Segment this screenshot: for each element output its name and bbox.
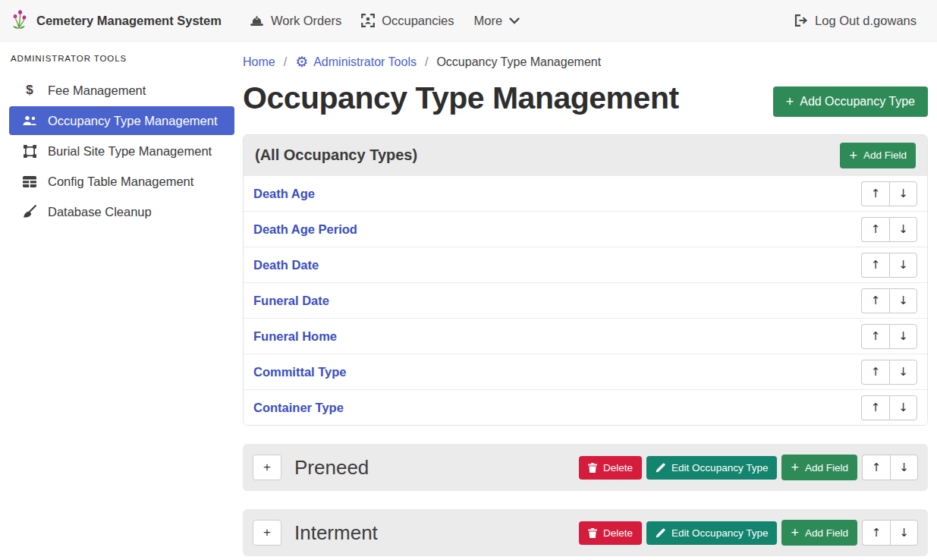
occupancy-type-section-interment: + Interment Delete [243,509,928,556]
add-field-button[interactable]: + Add Field [840,143,916,168]
breadcrumb-home-label: Home [243,55,275,69]
plus-icon: + [786,95,794,109]
field-row: Death Date ↑ ↓ [244,247,927,282]
users-icon [21,115,38,126]
trash-icon [588,528,597,538]
table-icon [21,176,38,187]
plus-icon: + [849,149,857,162]
expand-button[interactable]: + [253,520,281,546]
chevron-down-icon [509,17,520,24]
move-up-button[interactable]: ↑ [861,288,889,313]
sidebar-item-occupancy-type-management[interactable]: Occupancy Type Management [9,106,234,135]
breadcrumb-home-link[interactable]: Home [243,55,275,69]
field-link-death-age[interactable]: Death Age [253,187,315,201]
nav-more-label: More [474,14,503,28]
sidebar-heading: ADMINISTRATOR TOOLS [11,54,234,63]
field-row: Container Type ↑ ↓ [244,389,927,425]
delete-button[interactable]: Delete [579,521,642,545]
sidebar-item-label: Config Table Management [48,175,193,189]
move-down-button[interactable]: ↓ [889,181,917,206]
breadcrumb-admin-tools-label: Administrator Tools [313,55,417,69]
reorder-buttons: ↑ ↓ [861,217,917,242]
add-field-button[interactable]: + Add Field [781,520,857,546]
move-up-button[interactable]: ↑ [862,520,890,546]
gear-icon: ⚙ [295,55,308,69]
field-row: Death Age Period ↑ ↓ [244,211,927,247]
edit-occupancy-type-button[interactable]: Edit Occupancy Type [646,456,777,480]
nav-occupancies[interactable]: Occupancies [351,8,464,34]
move-down-button[interactable]: ↓ [890,520,918,546]
field-link-committal-type[interactable]: Committal Type [253,365,347,379]
add-occupancy-type-button[interactable]: + Add Occupancy Type [773,87,928,117]
delete-label: Delete [603,527,633,539]
field-link-container-type[interactable]: Container Type [253,401,344,415]
delete-button[interactable]: Delete [579,456,642,480]
section-actions: Delete Edit Occupancy Type + Add Field ↑ [579,455,918,480]
add-field-label: Add Field [863,149,907,161]
move-up-button[interactable]: ↑ [861,217,889,242]
vector-square-icon [21,145,38,158]
move-up-button[interactable]: ↑ [861,360,889,385]
logout-button[interactable]: Log Out d.gowans [785,8,926,34]
add-field-label: Add Field [805,462,848,473]
move-down-button[interactable]: ↓ [889,217,917,242]
move-down-button[interactable]: ↓ [889,288,917,313]
sidebar: ADMINISTRATOR TOOLS $ Fee Management Occ… [0,42,243,560]
logout-label: Log Out d.gowans [815,14,917,28]
field-link-funeral-date[interactable]: Funeral Date [253,294,329,308]
sign-out-icon [794,14,808,27]
field-link-death-age-period[interactable]: Death Age Period [253,222,357,237]
breadcrumb-current-page: Occupancy Type Management [436,55,601,69]
field-row: Funeral Date ↑ ↓ [244,282,927,318]
app-brand[interactable]: Cemetery Management System [11,9,222,33]
breadcrumb-separator: / [284,55,287,69]
field-row: Committal Type ↑ ↓ [244,354,927,389]
nav-work-orders-label: Work Orders [271,14,341,28]
sidebar-item-fee-management[interactable]: $ Fee Management [9,76,234,105]
move-up-button[interactable]: ↑ [861,324,889,349]
hard-hat-icon [250,15,264,27]
edit-occupancy-type-label: Edit Occupancy Type [671,462,768,473]
edit-occupancy-type-button[interactable]: Edit Occupancy Type [646,521,777,545]
tulip-logo-icon [11,9,29,33]
move-up-button[interactable]: ↑ [861,181,889,206]
reorder-buttons: ↑ ↓ [861,288,917,313]
expand-button[interactable]: + [253,455,281,480]
add-occupancy-type-label: Add Occupancy Type [800,95,915,109]
reorder-buttons: ↑ ↓ [861,253,917,278]
reorder-buttons: ↑ ↓ [862,520,918,546]
nav-work-orders[interactable]: Work Orders [240,8,351,34]
reorder-buttons: ↑ ↓ [861,181,917,206]
sidebar-item-burial-site-type-management[interactable]: Burial Site Type Management [9,137,234,165]
section-title: Preneed [294,456,369,480]
edit-occupancy-type-label: Edit Occupancy Type [671,527,768,539]
app-title: Cemetery Management System [36,14,222,28]
move-down-button[interactable]: ↓ [889,395,917,420]
move-down-button[interactable]: ↓ [890,455,918,480]
reorder-buttons: ↑ ↓ [862,455,918,480]
field-link-death-date[interactable]: Death Date [253,258,319,272]
move-down-button[interactable]: ↓ [889,253,917,278]
move-down-button[interactable]: ↓ [889,360,917,385]
nav-more[interactable]: More [464,8,530,34]
move-up-button[interactable]: ↑ [862,455,890,480]
plus-icon: + [791,461,799,474]
dollar-sign-icon: $ [21,83,38,98]
move-up-button[interactable]: ↑ [861,395,889,420]
nav-occupancies-label: Occupancies [382,14,454,28]
reorder-buttons: ↑ ↓ [861,395,917,420]
breadcrumb: Home / ⚙ Administrator Tools / Occupancy… [243,55,928,69]
plus-icon: + [791,526,799,540]
field-link-funeral-home[interactable]: Funeral Home [253,329,337,344]
sidebar-item-label: Fee Management [48,83,146,98]
sidebar-item-config-table-management[interactable]: Config Table Management [9,167,234,196]
breadcrumb-admin-tools-link[interactable]: ⚙ Administrator Tools [295,55,417,69]
pencil-icon [656,528,665,538]
add-field-button[interactable]: + Add Field [781,455,857,480]
reorder-buttons: ↑ ↓ [861,324,917,349]
top-navbar: Cemetery Management System Work Orders O… [0,0,937,42]
move-down-button[interactable]: ↓ [889,324,917,349]
move-up-button[interactable]: ↑ [861,253,889,278]
sidebar-item-database-cleanup[interactable]: Database Cleanup [9,197,234,226]
field-row: Funeral Home ↑ ↓ [244,318,927,354]
